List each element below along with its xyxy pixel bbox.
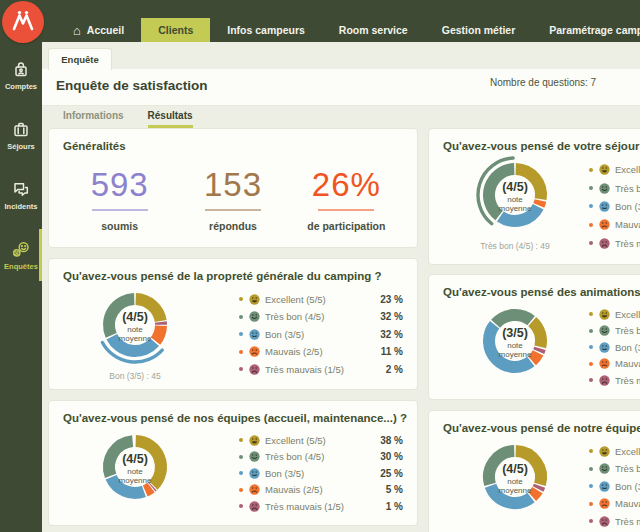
legend-item-excellent-5-5: Excellent (5/5) [589, 164, 640, 175]
tab-informations[interactable]: Informations [63, 110, 124, 128]
rating-smiley-icon [599, 375, 610, 386]
rating-legend: Excellent (5/5) Très bon (4/5) Bon (3/5)… [589, 303, 640, 391]
app-screen: ⌂AccueilClientsInfos campeursRoom servic… [0, 0, 640, 532]
rating-label: Très bon (4/5) [265, 451, 372, 462]
rating-label: Très mauvais (1/5) [615, 375, 640, 386]
card-question-4: Qu'avez-vous pensé des animations propos… [428, 274, 640, 400]
donut-chart: (4/5)notemoyenneBon (3/5) : 45 [79, 273, 191, 383]
rating-percent: 25 % [380, 468, 403, 479]
tab-resultats[interactable]: Résultats [148, 110, 193, 128]
rating-label: Bon (3/5) [615, 481, 640, 492]
rating-label: Excellent (5/5) [615, 446, 640, 457]
stat-underline [318, 209, 374, 211]
rating-legend: Excellent (5/5)23 % Très bon (4/5)32 % B… [239, 287, 403, 381]
rating-label: Très bon (4/5) [615, 463, 640, 474]
subtabs: InformationsRésultats [63, 110, 193, 128]
rating-label: Excellent (5/5) [615, 164, 640, 175]
nav-item-room-service[interactable]: Room service [322, 18, 425, 42]
survey-smileys-icon [11, 239, 31, 259]
rating-dot [239, 297, 243, 301]
rating-percent: 11 % [381, 346, 403, 357]
legend-item-tres-mauvais-1-5: Très mauvais (1/5) [589, 516, 640, 527]
rating-dot [589, 449, 593, 453]
legend-item-tres-mauvais-1-5: Très mauvais (1/5)2 % [239, 364, 403, 375]
rating-dot [589, 312, 593, 316]
rating-smiley-icon [249, 451, 260, 462]
rating-percent: 38 % [380, 435, 403, 446]
legend-item-bon-3-5: Bon (3/5)25 % [239, 468, 403, 479]
rating-dot [589, 204, 593, 208]
nav-item-gestion-metier[interactable]: Gestion métier [425, 18, 533, 42]
page-header: Enquête de satisfaction Nombre de questi… [42, 69, 640, 106]
sidebar-item-label: Incidents [5, 202, 38, 211]
legend-item-bon-3-5: Bon (3/5) [589, 342, 640, 353]
rating-label: Très mauvais (1/5) [615, 238, 640, 249]
card-question-3: Qu'avez-vous pensé de votre séjour ?(4/5… [428, 128, 640, 265]
legend-item-mauvais-2-5: Mauvais (2/5) [589, 498, 640, 509]
sidebar-item-sejours[interactable]: Séjours [0, 108, 42, 162]
stat-underline [205, 209, 261, 211]
donut-chart-wrap: (4/5)notemoyenneTrès bon (4/5) : 49 [459, 143, 571, 253]
rating-dot [239, 488, 243, 492]
sidebar-item-incidents[interactable]: Incidents [0, 168, 42, 222]
rating-label: Mauvais (2/5) [615, 498, 640, 509]
svg-text:Bon (3/5) : 45: Bon (3/5) : 45 [109, 371, 161, 381]
rating-label: Très bon (4/5) [265, 311, 372, 322]
home-icon: ⌂ [73, 24, 81, 37]
rating-percent: 2 % [386, 364, 403, 375]
legend-item-bon-3-5: Bon (3/5)32 % [239, 329, 403, 340]
rating-legend: Excellent (5/5) Très bon (4/5) Bon (3/5)… [589, 157, 640, 256]
legend-item-tres-mauvais-1-5: Très mauvais (1/5) [589, 238, 640, 249]
svg-text:(4/5): (4/5) [502, 462, 528, 476]
rating-dot [589, 223, 593, 227]
legend-item-tres-bon-4-5: Très bon (4/5) [589, 463, 640, 474]
rating-percent: 30 % [380, 451, 403, 462]
rating-smiley-icon [249, 311, 260, 322]
rating-legend: Excellent (5/5)38 % Très bon (4/5)30 % B… [239, 429, 403, 517]
svg-text:note: note [507, 195, 523, 204]
rating-smiley-icon [599, 325, 610, 336]
legend-item-tres-mauvais-1-5: Très mauvais (1/5) [589, 375, 640, 386]
legend-item-bon-3-5: Bon (3/5) [589, 481, 640, 492]
stat-label: de participation [307, 220, 385, 232]
nav-item-clients[interactable]: Clients [141, 18, 210, 42]
sidebar-item-enquetes[interactable]: Enquêtes [0, 228, 42, 282]
rating-label: Bon (3/5) [615, 201, 640, 212]
legend-item-mauvais-2-5: Mauvais (2/5) [589, 358, 640, 369]
tab-enquete-label: Enquête [61, 54, 98, 65]
rating-label: Très mauvais (1/5) [615, 516, 640, 527]
tab-enquete[interactable]: Enquête [48, 48, 112, 70]
sidebar-item-comptes[interactable]: Comptes [0, 48, 42, 102]
navbar-items: ⌂AccueilClientsInfos campeursRoom servic… [56, 18, 640, 42]
nav-item-accueil[interactable]: ⌂Accueil [56, 18, 141, 42]
rating-legend: Excellent (5/5) Très bon (4/5) Bon (3/5)… [589, 439, 640, 532]
questions-count: Nombre de questions: 7 [490, 77, 596, 88]
nav-item-label: Clients [158, 24, 193, 36]
stat-value: 26% [312, 166, 381, 204]
svg-text:note: note [127, 467, 143, 476]
nav-item-infos-campeurs[interactable]: Infos campeurs [210, 18, 322, 42]
svg-text:moyenne: moyenne [499, 486, 532, 495]
card-generalites: Généralités 593soumis153répondus26%de pa… [48, 128, 418, 248]
rating-dot [239, 471, 243, 475]
rating-smiley-icon [599, 238, 610, 249]
brand-logo[interactable] [2, 1, 44, 43]
card-question-1: Qu'avez-vous pensé de la propreté généra… [48, 258, 418, 390]
rating-dot [239, 350, 243, 354]
rating-label: Bon (3/5) [265, 329, 372, 340]
sidebar-item-label: Enquêtes [4, 262, 38, 271]
card-generalites-title: Généralités [63, 140, 126, 152]
nav-item-label: Paramétrage camping [549, 24, 640, 36]
donut-chart: (4/5)notemoyenne [79, 415, 191, 525]
rating-smiley-icon [249, 346, 260, 357]
rating-label: Excellent (5/5) [265, 435, 372, 446]
rating-label: Mauvais (2/5) [265, 346, 373, 357]
svg-text:moyenne: moyenne [499, 350, 532, 359]
donut-chart-wrap: (4/5)notemoyenne [459, 425, 571, 532]
legend-item-excellent-5-5: Excellent (5/5)23 % [239, 294, 403, 305]
rating-smiley-icon [599, 164, 610, 175]
stat-repondus: 153répondus [176, 163, 289, 235]
nav-item-parametrage-camping[interactable]: Paramétrage camping [532, 18, 640, 42]
rating-percent: 1 % [386, 501, 403, 512]
donut-chart-wrap: (3/5)notemoyenne [459, 289, 571, 399]
